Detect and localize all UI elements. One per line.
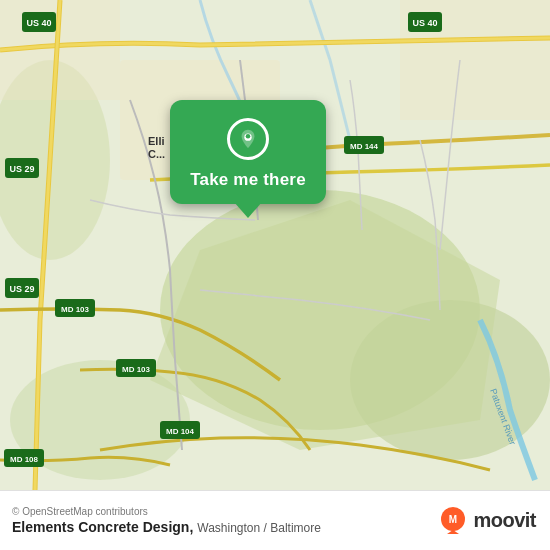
region-name: Washington / Baltimore — [197, 521, 321, 535]
svg-text:US 40: US 40 — [26, 18, 51, 28]
svg-marker-33 — [447, 530, 459, 534]
bottom-info: © OpenStreetMap contributors Elements Co… — [12, 506, 321, 535]
svg-text:M: M — [449, 514, 457, 525]
map-background: Patuxent River US 40 — [0, 0, 550, 490]
svg-text:US 40: US 40 — [412, 18, 437, 28]
bottom-bar: © OpenStreetMap contributors Elements Co… — [0, 490, 550, 550]
copyright-text: © OpenStreetMap contributors — [12, 506, 321, 517]
svg-text:MD 103: MD 103 — [61, 305, 90, 314]
svg-text:US 29: US 29 — [9, 164, 34, 174]
popup-bubble[interactable]: Take me there — [170, 100, 326, 204]
popup-callout[interactable]: Take me there — [148, 100, 348, 204]
svg-text:MD 108: MD 108 — [10, 455, 39, 464]
location-pin-icon — [227, 118, 269, 160]
svg-text:MD 104: MD 104 — [166, 427, 195, 436]
place-name: Elements Concrete Design, — [12, 519, 193, 535]
map-container: Patuxent River US 40 — [0, 0, 550, 490]
svg-point-31 — [246, 134, 251, 139]
svg-text:MD 103: MD 103 — [122, 365, 151, 374]
moovit-text: moovit — [473, 509, 536, 532]
svg-text:MD 144: MD 144 — [350, 142, 379, 151]
svg-text:US 29: US 29 — [9, 284, 34, 294]
moovit-icon: M — [438, 506, 468, 536]
take-me-there-button[interactable]: Take me there — [190, 170, 306, 190]
moovit-logo: M moovit — [438, 506, 536, 536]
